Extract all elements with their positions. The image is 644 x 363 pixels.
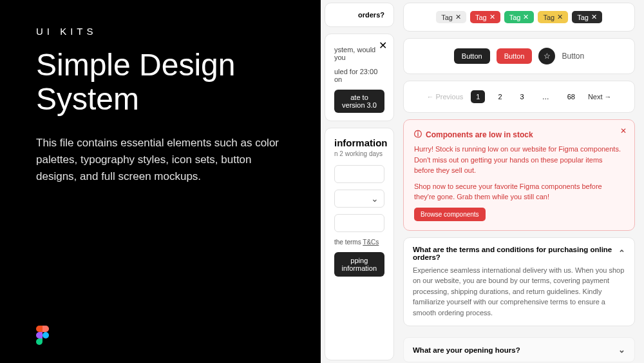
- text-button[interactable]: Button: [562, 52, 584, 61]
- chevron-up-icon: ⌃: [618, 248, 625, 258]
- page-1[interactable]: 1: [471, 90, 485, 103]
- hero-panel: UI KITS Simple Design System This file c…: [0, 0, 321, 363]
- close-icon[interactable]: ✕: [455, 13, 461, 21]
- text-input-1[interactable]: [334, 165, 384, 183]
- chevron-down-icon: ⌄: [618, 345, 625, 355]
- accordion-question-1[interactable]: What are the terms and conditions for pu…: [413, 246, 625, 261]
- form-title: information: [334, 137, 384, 148]
- close-icon[interactable]: ✕: [557, 13, 563, 21]
- low-stock-alert: ⓘ Components are low in stock ✕ Hurry! S…: [403, 119, 635, 231]
- accordion-item-1: What are the terms and conditions for pu…: [404, 238, 634, 326]
- close-icon[interactable]: ✕: [523, 13, 529, 21]
- form-subtitle: n 2 working days: [334, 150, 384, 157]
- tag-gray[interactable]: Tag✕: [436, 11, 466, 23]
- arrow-right-icon: →: [605, 93, 612, 101]
- tags-example: Tag✕ Tag✕ Tag✕ Tag✕ Tag✕: [403, 3, 635, 32]
- select-input[interactable]: [334, 190, 384, 208]
- close-icon[interactable]: ✕: [489, 13, 495, 21]
- pagination-prev: ← Previous: [426, 93, 463, 101]
- close-icon[interactable]: ✕: [620, 126, 627, 135]
- alert-title: ⓘ Components are low in stock: [414, 129, 624, 140]
- page-3[interactable]: 3: [515, 90, 529, 103]
- pagination-example: ← Previous 1 2 3 … 68 Next →: [403, 81, 635, 113]
- text-input-2[interactable]: [334, 214, 384, 232]
- terms-link[interactable]: T&Cs: [363, 239, 379, 246]
- close-icon[interactable]: ✕: [591, 13, 597, 21]
- primary-button[interactable]: Button: [454, 48, 490, 64]
- dialog-text-2: uled for 23:00 on: [334, 68, 384, 83]
- dialog-text-1: ystem, would you: [334, 46, 384, 61]
- shipping-form: information n 2 working days the terms T…: [325, 128, 394, 360]
- buttons-example: Button Button ☆ Button: [403, 38, 635, 74]
- page-ellipsis: …: [537, 90, 554, 103]
- component-preview-area: orders? ✕ ystem, would you uled for 23:0…: [321, 0, 644, 363]
- title-line-1: Simple Design: [36, 48, 235, 82]
- star-icon-button[interactable]: ☆: [538, 48, 555, 64]
- update-button[interactable]: ate to version 3.0: [334, 90, 384, 113]
- page-2[interactable]: 2: [493, 90, 507, 103]
- update-dialog: ✕ ystem, would you uled for 23:00 on ate…: [325, 34, 394, 121]
- tag-green[interactable]: Tag✕: [504, 11, 535, 23]
- page-68[interactable]: 68: [562, 90, 580, 103]
- page-title: Simple Design System: [36, 48, 285, 117]
- submit-button[interactable]: pping information: [334, 252, 384, 277]
- alert-icon: ⓘ: [414, 129, 422, 140]
- tag-yellow[interactable]: Tag✕: [538, 11, 568, 23]
- faq-accordion: What are the terms and conditions for pu…: [403, 237, 635, 327]
- browse-components-button[interactable]: Browse components: [414, 208, 486, 221]
- terms-row: the terms T&Cs: [334, 239, 384, 246]
- accordion-answer-1: Experience seamless international delive…: [413, 265, 625, 319]
- alert-body-1: Hurry! Stock is running low on our websi…: [414, 144, 624, 176]
- hero-description: This file contains essential elements su…: [36, 135, 285, 186]
- figma-logo-icon: [36, 326, 49, 345]
- accordion-question-2[interactable]: What are your opening hours? ⌄: [413, 345, 625, 355]
- arrow-left-icon: ←: [426, 93, 433, 101]
- kicker-label: UI KITS: [36, 26, 285, 37]
- title-line-2: System: [36, 82, 139, 116]
- accordion-item-2: What are your opening hours? ⌄: [403, 337, 635, 362]
- tag-red[interactable]: Tag✕: [470, 11, 500, 23]
- close-icon[interactable]: ✕: [379, 39, 387, 52]
- svg-point-0: [43, 332, 49, 338]
- partial-accordion-header: orders?: [325, 3, 394, 27]
- danger-button[interactable]: Button: [497, 48, 533, 64]
- alert-body-2: Shop now to secure your favorite Figma c…: [414, 181, 624, 202]
- pagination-next[interactable]: Next →: [588, 93, 612, 101]
- tag-dark[interactable]: Tag✕: [572, 11, 602, 23]
